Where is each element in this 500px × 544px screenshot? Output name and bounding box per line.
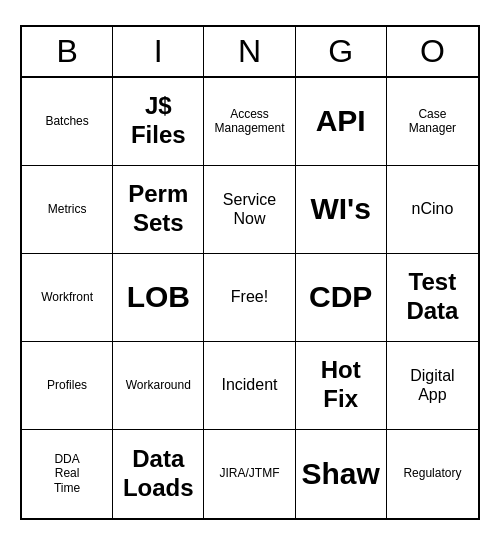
cell-text: API bbox=[316, 103, 366, 139]
bingo-cell: Incident bbox=[204, 342, 295, 430]
cell-text: TestData bbox=[406, 268, 458, 326]
cell-text: CDP bbox=[309, 279, 372, 315]
cell-text: Regulatory bbox=[403, 466, 461, 480]
cell-text: AccessManagement bbox=[214, 107, 284, 136]
bingo-header: BINGO bbox=[22, 27, 478, 78]
bingo-cell: Regulatory bbox=[387, 430, 478, 518]
bingo-cell: HotFix bbox=[296, 342, 387, 430]
bingo-cell: JIRA/JTMF bbox=[204, 430, 295, 518]
header-letter: I bbox=[113, 27, 204, 76]
bingo-cell: Batches bbox=[22, 78, 113, 166]
bingo-cell: Workfront bbox=[22, 254, 113, 342]
header-letter: G bbox=[296, 27, 387, 76]
bingo-cell: PermSets bbox=[113, 166, 204, 254]
bingo-cell: DDARealTime bbox=[22, 430, 113, 518]
bingo-cell: AccessManagement bbox=[204, 78, 295, 166]
cell-text: nCino bbox=[411, 199, 453, 218]
bingo-cell: Profiles bbox=[22, 342, 113, 430]
header-letter: B bbox=[22, 27, 113, 76]
bingo-cell: nCino bbox=[387, 166, 478, 254]
bingo-cell: API bbox=[296, 78, 387, 166]
cell-text: ServiceNow bbox=[223, 190, 276, 228]
bingo-cell: WI's bbox=[296, 166, 387, 254]
bingo-cell: CaseManager bbox=[387, 78, 478, 166]
bingo-cell: TestData bbox=[387, 254, 478, 342]
cell-text: CaseManager bbox=[409, 107, 456, 136]
bingo-cell: DataLoads bbox=[113, 430, 204, 518]
bingo-cell: LOB bbox=[113, 254, 204, 342]
cell-text: Workfront bbox=[41, 290, 93, 304]
header-letter: N bbox=[204, 27, 295, 76]
cell-text: PermSets bbox=[128, 180, 188, 238]
cell-text: Shaw bbox=[302, 456, 380, 492]
bingo-cell: ServiceNow bbox=[204, 166, 295, 254]
bingo-cell: Free! bbox=[204, 254, 295, 342]
cell-text: DigitalApp bbox=[410, 366, 454, 404]
bingo-cell: J$Files bbox=[113, 78, 204, 166]
cell-text: Profiles bbox=[47, 378, 87, 392]
cell-text: DDARealTime bbox=[54, 452, 80, 495]
bingo-cell: Shaw bbox=[296, 430, 387, 518]
cell-text: Batches bbox=[45, 114, 88, 128]
cell-text: LOB bbox=[127, 279, 190, 315]
cell-text: DataLoads bbox=[123, 445, 194, 503]
bingo-card: BINGO BatchesJ$FilesAccessManagementAPIC… bbox=[20, 25, 480, 520]
cell-text: Incident bbox=[221, 375, 277, 394]
cell-text: JIRA/JTMF bbox=[219, 466, 279, 480]
bingo-cell: DigitalApp bbox=[387, 342, 478, 430]
cell-text: Free! bbox=[231, 287, 268, 306]
cell-text: Workaround bbox=[126, 378, 191, 392]
bingo-cell: CDP bbox=[296, 254, 387, 342]
header-letter: O bbox=[387, 27, 478, 76]
bingo-grid: BatchesJ$FilesAccessManagementAPICaseMan… bbox=[22, 78, 478, 518]
cell-text: WI's bbox=[310, 191, 370, 227]
cell-text: Metrics bbox=[48, 202, 87, 216]
cell-text: J$Files bbox=[131, 92, 186, 150]
bingo-cell: Metrics bbox=[22, 166, 113, 254]
cell-text: HotFix bbox=[321, 356, 361, 414]
bingo-cell: Workaround bbox=[113, 342, 204, 430]
